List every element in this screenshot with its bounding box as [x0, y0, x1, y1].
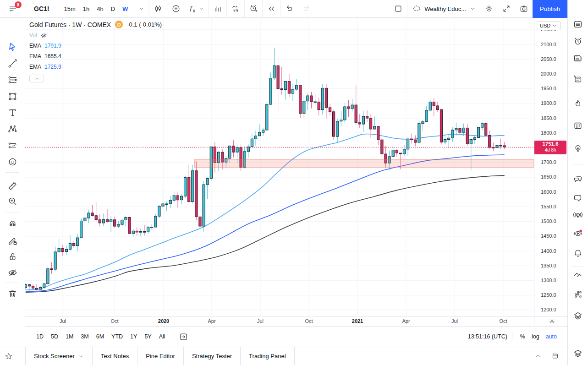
shapes-tool[interactable] — [5, 88, 20, 104]
main-menu-button[interactable]: 8 — [0, 0, 26, 17]
price-axis[interactable]: 2150.02100.02050.02000.01950.01900.01850… — [534, 18, 567, 326]
dom-icon[interactable] — [570, 287, 586, 302]
volume-legend-row[interactable]: Vol — [29, 32, 162, 39]
range-all[interactable]: All — [155, 333, 169, 340]
log-scale-button[interactable]: log — [528, 333, 543, 340]
publish-button[interactable]: Publish — [533, 0, 567, 18]
cursor-tool[interactable] — [5, 39, 20, 54]
create-alert-button[interactable] — [245, 0, 262, 17]
hotlists-icon[interactable] — [570, 96, 586, 111]
interval-menu-button[interactable] — [134, 0, 149, 17]
tab-text-notes[interactable]: Text Notes — [93, 347, 137, 365]
alerts-icon[interactable] — [570, 33, 586, 49]
currency-selector[interactable]: USD — [537, 21, 561, 30]
favorites-star[interactable] — [0, 347, 25, 365]
emoji-tool[interactable] — [5, 154, 20, 169]
ema-legend-row-1[interactable]: EMA1655.4 — [29, 53, 162, 60]
chevron-up-icon — [34, 76, 39, 82]
tab-label: Stock Screener — [34, 353, 75, 360]
undo-button[interactable] — [280, 0, 298, 17]
fib-retracement-tool[interactable] — [5, 72, 20, 87]
ema-line-1 — [26, 175, 505, 292]
delayed-data-badge[interactable]: D — [115, 21, 123, 28]
ema-label: EMA — [29, 64, 41, 70]
legend-collapse-button[interactable] — [29, 75, 44, 82]
range-1d[interactable]: 1D — [33, 333, 47, 340]
notes-icon[interactable] — [570, 71, 586, 87]
hide-drawings-tool[interactable] — [5, 265, 20, 280]
chart-settings-button[interactable] — [480, 0, 498, 17]
interval-1h[interactable]: 1h — [79, 5, 93, 12]
indicator-templates-button[interactable] — [209, 0, 226, 17]
compare-button[interactable] — [167, 0, 185, 17]
maximize-panel-button[interactable] — [551, 352, 559, 360]
interval-W[interactable]: W — [119, 5, 132, 12]
chart-style-button[interactable] — [149, 0, 167, 17]
go-to-date-button[interactable] — [179, 332, 188, 342]
notifications-icon[interactable] — [570, 245, 586, 261]
ideas-icon[interactable] — [570, 141, 586, 156]
time-tick: Jul — [451, 318, 458, 324]
layout-button[interactable] — [390, 0, 407, 17]
private-chat-icon[interactable] — [570, 190, 586, 206]
ema-label: EMA — [29, 43, 41, 49]
eye-slash-icon[interactable] — [40, 32, 48, 39]
range-5d[interactable]: 5D — [47, 333, 62, 340]
remove-drawings-tool[interactable] — [5, 286, 20, 301]
measure-tool[interactable] — [5, 177, 20, 192]
time-axis[interactable]: JulOct2020AprJulOct2021AprJulOct — [25, 316, 534, 326]
pattern-tool[interactable] — [5, 121, 20, 136]
range-1m[interactable]: 1M — [62, 333, 77, 340]
trading-panel-icon[interactable] — [570, 267, 586, 283]
tab-stock-screener[interactable]: Stock Screener — [26, 347, 93, 365]
watchlist-icon[interactable] — [570, 16, 586, 32]
interval-4h[interactable]: 4h — [93, 5, 107, 12]
calendar-icon[interactable] — [570, 118, 586, 133]
trend-line-tool[interactable] — [5, 55, 20, 71]
news-icon[interactable] — [570, 50, 586, 66]
bar-replay-button[interactable] — [263, 0, 280, 17]
redo-button[interactable] — [298, 0, 315, 17]
streams-icon[interactable] — [570, 207, 586, 223]
drawing-mode-tool[interactable] — [5, 233, 20, 249]
price-tick: 1600.0 — [541, 189, 556, 195]
axis-settings-button[interactable] — [549, 318, 555, 325]
range-ytd[interactable]: YTD — [108, 333, 126, 340]
interval-15m[interactable]: 15m — [60, 5, 79, 12]
chart-area[interactable]: Gold Futures · 1W · COMEX D -0.1 (-0.01%… — [25, 18, 567, 347]
tab-trading-panel[interactable]: Trading Panel — [241, 347, 294, 365]
tab-strategy-tester[interactable]: Strategy Tester — [184, 347, 241, 365]
auto-scale-button[interactable]: auto — [543, 333, 560, 340]
range-6m[interactable]: 6M — [93, 333, 108, 340]
fullscreen-button[interactable] — [498, 0, 515, 17]
percent-scale-button[interactable]: % — [517, 333, 528, 340]
interval-D[interactable]: D — [107, 5, 119, 12]
snapshot-button[interactable] — [515, 0, 533, 17]
financial-metrics-button[interactable] — [227, 0, 244, 17]
symbol-button[interactable]: GC1! — [26, 0, 57, 17]
live-streams-icon[interactable] — [570, 226, 586, 241]
expand-panel-button[interactable] — [534, 352, 542, 360]
ema-legend-row-2[interactable]: EMA1725.9 — [29, 63, 162, 71]
object-tree-icon[interactable] — [570, 308, 586, 324]
zoom-in-tool[interactable] — [5, 193, 20, 209]
prediction-tool[interactable] — [5, 137, 20, 153]
tab-pine-editor[interactable]: Pine Editor — [137, 347, 184, 365]
notification-badge: 8 — [15, 1, 22, 8]
stack-icon[interactable] — [570, 346, 586, 361]
range-1y[interactable]: 1Y — [126, 333, 141, 340]
price-tick: 1500.0 — [541, 218, 556, 224]
range-5y[interactable]: 5Y — [141, 333, 155, 340]
clock-utc[interactable]: 13:51:16 (UTC) — [468, 333, 507, 340]
indicators-button[interactable]: ƒx — [185, 0, 209, 17]
range-3m[interactable]: 3M — [77, 333, 92, 340]
text-tool[interactable] — [5, 104, 20, 120]
volume-label: Vol — [29, 32, 37, 38]
legend-title-row[interactable]: Gold Futures · 1W · COMEX D -0.1 (-0.01%… — [29, 21, 162, 28]
magnet-tool[interactable] — [5, 217, 20, 232]
ema-value: 1725.9 — [44, 64, 61, 70]
public-chat-icon[interactable] — [570, 171, 586, 187]
lock-drawings-tool[interactable] — [5, 249, 20, 264]
ema-legend-row-0[interactable]: EMA1791.9 — [29, 42, 162, 49]
cloud-layout-button[interactable]: Wealthy Educ... — [407, 0, 480, 17]
